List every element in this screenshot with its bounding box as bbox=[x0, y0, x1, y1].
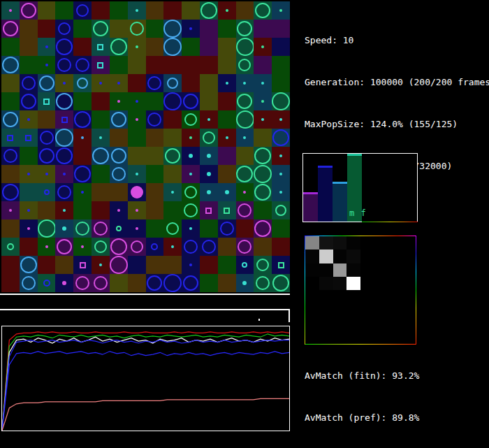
grid-cell bbox=[20, 238, 38, 256]
grid-cell bbox=[163, 74, 182, 92]
grid-cell bbox=[254, 238, 272, 256]
organism-circle bbox=[184, 203, 198, 217]
organism-dot bbox=[189, 154, 193, 158]
organism-circle bbox=[165, 148, 180, 164]
grid-cell bbox=[182, 183, 200, 201]
fitness-gradient-axis bbox=[362, 222, 418, 222]
progress-end-tick bbox=[289, 310, 290, 322]
grid-cell bbox=[254, 56, 272, 74]
organism-dot bbox=[136, 9, 138, 12]
organism-circle bbox=[256, 276, 270, 290]
grid-cell bbox=[55, 147, 73, 165]
grid-cell bbox=[218, 1, 236, 20]
matrix-cell bbox=[402, 331, 416, 344]
organism-circle bbox=[2, 184, 19, 201]
matrix-cell bbox=[388, 250, 402, 263]
grid-cell bbox=[73, 129, 92, 147]
grid-cell bbox=[92, 129, 110, 147]
organism-circle bbox=[203, 131, 215, 144]
organism-dot bbox=[117, 82, 120, 85]
grid-cell bbox=[163, 20, 182, 38]
organism-circle bbox=[55, 129, 73, 147]
organism-circle bbox=[202, 240, 216, 254]
grid-cell bbox=[38, 38, 56, 56]
grid-cell bbox=[73, 274, 92, 292]
matrix-cell bbox=[305, 277, 319, 290]
grid-cell bbox=[254, 147, 272, 165]
frame-progress-bar-1 bbox=[0, 294, 290, 295]
grid-cell bbox=[20, 56, 38, 74]
organism-circle bbox=[3, 112, 18, 127]
organism-dot bbox=[189, 227, 192, 230]
grid-cell bbox=[55, 165, 73, 183]
grid-cell bbox=[92, 201, 110, 219]
grid-cell bbox=[38, 274, 56, 292]
grid-cell bbox=[73, 238, 92, 256]
organism-dot bbox=[81, 245, 84, 248]
organism-dot bbox=[81, 136, 84, 139]
organism-dot bbox=[279, 118, 282, 121]
organism-dot bbox=[62, 281, 66, 285]
matrix-cell bbox=[346, 250, 360, 263]
grid-cell bbox=[272, 238, 290, 256]
matrix-border-top bbox=[305, 236, 416, 236]
grid-cell bbox=[55, 74, 73, 92]
matrix-cell bbox=[346, 303, 360, 317]
grid-cell bbox=[182, 38, 200, 56]
grid-cell bbox=[1, 274, 20, 292]
grid-cell bbox=[236, 165, 254, 183]
grid-cell bbox=[254, 201, 272, 219]
grid-cell bbox=[254, 20, 272, 38]
grid-cell bbox=[55, 274, 73, 292]
matrix-cell bbox=[305, 236, 319, 250]
matrix-cell bbox=[319, 317, 333, 331]
organism-circle bbox=[236, 110, 254, 129]
organism-circle bbox=[238, 203, 251, 217]
matrix-cell bbox=[319, 290, 333, 303]
grid-cell bbox=[55, 56, 73, 74]
grid-cell bbox=[200, 74, 218, 92]
grid-cell bbox=[200, 92, 218, 110]
organism-circle bbox=[184, 240, 198, 254]
grid-cell bbox=[236, 147, 254, 165]
grid-cell bbox=[55, 110, 73, 129]
grid-cell bbox=[110, 238, 128, 256]
matrix-cell bbox=[402, 303, 416, 317]
grid-cell bbox=[182, 147, 200, 165]
matrix-cell bbox=[319, 277, 333, 290]
organism-circle bbox=[200, 2, 217, 19]
grid-cell bbox=[55, 256, 73, 274]
organism-circle bbox=[75, 276, 89, 290]
matrix-cell bbox=[360, 263, 374, 277]
grid-cell bbox=[236, 74, 254, 92]
matrix-cell bbox=[346, 331, 360, 344]
organism-circle bbox=[184, 186, 197, 198]
grid-cell bbox=[218, 147, 236, 165]
organism-circle bbox=[56, 38, 73, 55]
grid-cell bbox=[110, 92, 128, 110]
organism-dot bbox=[279, 191, 282, 194]
grid-cell bbox=[128, 219, 146, 238]
grid-cell bbox=[73, 219, 92, 238]
grid-cell bbox=[38, 256, 56, 274]
grid-cell bbox=[110, 165, 128, 183]
organism-dot bbox=[136, 100, 138, 103]
grid-cell bbox=[55, 38, 73, 56]
grid-cell bbox=[254, 74, 272, 92]
organism-circle bbox=[236, 38, 254, 56]
matrix-cell bbox=[333, 331, 347, 344]
matrix-cell bbox=[319, 303, 333, 317]
population-grid bbox=[1, 1, 290, 292]
grid-cell bbox=[128, 92, 146, 110]
grid-cell bbox=[254, 129, 272, 147]
grid-cell bbox=[218, 183, 236, 201]
grid-cell bbox=[272, 147, 290, 165]
grid-cell bbox=[73, 183, 92, 201]
grid-cell bbox=[1, 56, 20, 74]
organism-circle bbox=[44, 189, 50, 195]
organism-circle bbox=[254, 184, 271, 201]
grid-cell bbox=[110, 219, 128, 238]
grid-cell bbox=[38, 165, 56, 183]
organism-square bbox=[43, 99, 50, 105]
grid-cell bbox=[55, 129, 73, 147]
